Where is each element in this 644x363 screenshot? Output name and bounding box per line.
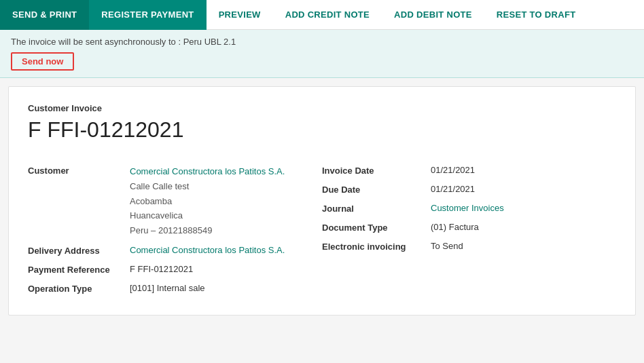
customer-address-line3: Huancavelica bbox=[130, 209, 285, 223]
preview-button[interactable]: PREVIEW bbox=[207, 0, 273, 30]
delivery-address-field-row: Delivery Address Comercial Constructora … bbox=[28, 242, 322, 261]
doc-label: Customer Invoice bbox=[28, 103, 616, 113]
delivery-address-value[interactable]: Comercial Constructora los Patitos S.A. bbox=[130, 245, 285, 255]
reset-to-draft-button[interactable]: RESET TO DRAFT bbox=[484, 0, 588, 30]
operation-type-value: [0101] Internal sale bbox=[130, 283, 205, 293]
document-type-label: Document Type bbox=[322, 222, 431, 233]
operation-type-field-row: Operation Type [0101] Internal sale bbox=[28, 280, 322, 299]
customer-field-row: Customer Comercial Constructora los Pati… bbox=[28, 161, 322, 242]
due-date-value: 01/21/2021 bbox=[431, 184, 475, 194]
electronic-invoicing-field-row: Electronic invoicing To Send bbox=[322, 237, 616, 256]
invoice-content: Customer Invoice F FFI-01212021 Customer… bbox=[8, 86, 636, 316]
toolbar: SEND & PRINT REGISTER PAYMENT PREVIEW AD… bbox=[0, 0, 644, 30]
electronic-invoicing-value: To Send bbox=[431, 241, 463, 251]
send-now-button[interactable]: Send now bbox=[11, 52, 74, 71]
customer-address-line1: Calle Calle test bbox=[130, 180, 285, 194]
operation-type-label: Operation Type bbox=[28, 283, 130, 294]
payment-reference-field-row: Payment Reference F FFI-01212021 bbox=[28, 261, 322, 280]
fields-left: Customer Comercial Constructora los Pati… bbox=[28, 161, 322, 299]
add-debit-note-button[interactable]: ADD DEBIT NOTE bbox=[382, 0, 484, 30]
invoice-date-value: 01/21/2021 bbox=[431, 165, 475, 175]
invoice-date-field-row: Invoice Date 01/21/2021 bbox=[322, 161, 616, 180]
notification-bar: The invoice will be sent asynchronously … bbox=[0, 30, 644, 78]
delivery-address-label: Delivery Address bbox=[28, 245, 130, 256]
customer-address-block: Comercial Constructora los Patitos S.A. … bbox=[130, 165, 285, 238]
customer-name-link[interactable]: Comercial Constructora los Patitos S.A. bbox=[130, 165, 285, 179]
notification-message: The invoice will be sent asynchronously … bbox=[11, 37, 633, 47]
due-date-field-row: Due Date 01/21/2021 bbox=[322, 180, 616, 199]
electronic-invoicing-label: Electronic invoicing bbox=[322, 241, 431, 252]
due-date-label: Due Date bbox=[322, 184, 431, 195]
document-type-value: (01) Factura bbox=[431, 222, 479, 232]
document-type-field-row: Document Type (01) Factura bbox=[322, 218, 616, 237]
payment-reference-label: Payment Reference bbox=[28, 264, 130, 275]
fields-right: Invoice Date 01/21/2021 Due Date 01/21/2… bbox=[322, 161, 616, 299]
payment-reference-value: F FFI-01212021 bbox=[130, 264, 193, 274]
journal-label: Journal bbox=[322, 203, 431, 214]
send-print-button[interactable]: SEND & PRINT bbox=[0, 0, 89, 30]
doc-number: F FFI-01212021 bbox=[28, 117, 616, 142]
journal-field-row: Journal Customer Invoices bbox=[322, 199, 616, 218]
customer-address-line2: Acobamba bbox=[130, 195, 285, 209]
customer-label: Customer bbox=[28, 165, 130, 176]
invoice-date-label: Invoice Date bbox=[322, 165, 431, 176]
journal-value[interactable]: Customer Invoices bbox=[431, 203, 504, 213]
customer-address-line4: Peru – 20121888549 bbox=[130, 224, 285, 238]
register-payment-button[interactable]: REGISTER PAYMENT bbox=[89, 0, 206, 30]
add-credit-note-button[interactable]: ADD CREDIT NOTE bbox=[273, 0, 382, 30]
fields-grid: Customer Comercial Constructora los Pati… bbox=[28, 161, 616, 299]
